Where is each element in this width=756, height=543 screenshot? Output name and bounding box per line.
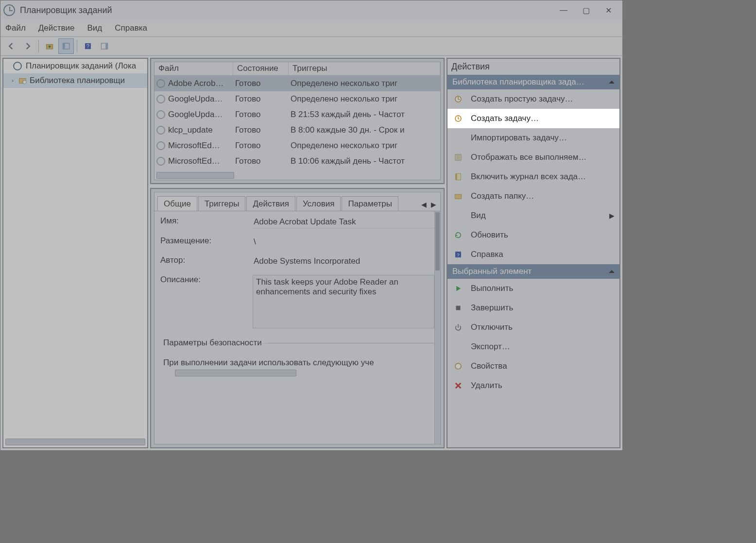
action-item[interactable]: ?Справка: [447, 245, 619, 264]
tab-triggers[interactable]: Триггеры: [198, 196, 246, 211]
location-label: Размещение:: [160, 236, 253, 248]
action-item-label: Создать задачу…: [471, 114, 539, 123]
col-file[interactable]: Файл: [155, 62, 233, 75]
action-item[interactable]: Вид▶: [447, 206, 619, 225]
description-label: Описание:: [160, 275, 253, 328]
action-item[interactable]: Обновить: [447, 225, 619, 245]
action-item-icon: [452, 93, 464, 105]
task-row[interactable]: MicrosoftEd…ГотовоОпределено несколько т…: [155, 138, 440, 153]
action-item-label: Экспорт…: [471, 342, 510, 352]
task-state: Готово: [233, 94, 289, 104]
detail-vertical-scrollbar[interactable]: [434, 211, 440, 444]
security-group: Параметры безопасности При выполнении за…: [160, 343, 434, 370]
task-name: GoogleUpda…: [168, 110, 223, 119]
task-scheduler-window: Планировщик заданий ― ▢ ✕ Файл Действие …: [0, 0, 623, 451]
actions-section-selected-label: Выбранный элемент: [452, 267, 532, 276]
action-item-label: Справка: [471, 250, 503, 259]
action-item-icon: [452, 171, 464, 183]
tab-scroll-left[interactable]: ◀: [419, 198, 429, 211]
action-item-icon: [452, 132, 464, 144]
tab-actions[interactable]: Действия: [246, 196, 295, 211]
action-item-icon: [452, 360, 464, 372]
action-item[interactable]: Включить журнал всех зада…: [447, 167, 619, 187]
action-item-label: Отключить: [471, 322, 513, 332]
actions-pane-title: Действия: [447, 59, 619, 75]
tab-conditions[interactable]: Условия: [296, 196, 341, 211]
task-row[interactable]: GoogleUpda…ГотовоОпределено несколько тр…: [155, 91, 440, 107]
tab-general[interactable]: Общие: [157, 196, 197, 211]
nav-back-button[interactable]: [3, 38, 19, 54]
clock-icon: [156, 95, 165, 103]
svg-text:?: ?: [86, 43, 89, 49]
action-item-icon: [452, 229, 464, 241]
task-row[interactable]: Adobe Acrob…ГотовоОпределено несколько т…: [155, 76, 440, 91]
tree-library[interactable]: › Библиотека планировщи: [3, 73, 147, 88]
menu-file[interactable]: Файл: [5, 23, 26, 33]
action-item-icon: [452, 283, 464, 294]
center-pane: Файл Состояние Триггеры Adobe Acrob…Гото…: [150, 58, 445, 448]
action-item[interactable]: Выполнить: [447, 279, 619, 298]
action-item-label: Импортировать задачу…: [471, 133, 567, 143]
menubar: Файл Действие Вид Справка: [0, 20, 622, 36]
actions-section-library[interactable]: Библиотека планировщика зада…: [447, 75, 619, 89]
minimize-button[interactable]: ―: [552, 2, 575, 18]
task-row[interactable]: MicrosoftEd…ГотовоВ 10:06 каждый день - …: [155, 153, 440, 169]
task-name: MicrosoftEd…: [168, 156, 220, 166]
action-item[interactable]: Экспорт…: [447, 337, 619, 356]
task-trigger: Определено несколько триг: [289, 94, 440, 104]
action-item[interactable]: Создать простую задачу…: [447, 89, 619, 109]
tab-scroll-right[interactable]: ▶: [429, 198, 438, 211]
action-item[interactable]: Завершить: [447, 298, 619, 318]
show-hide-tree-button[interactable]: [58, 38, 74, 54]
menu-action[interactable]: Действие: [38, 23, 75, 33]
task-state: Готово: [233, 110, 289, 119]
actions-section-selected[interactable]: Выбранный элемент: [447, 264, 619, 279]
action-item[interactable]: Отключить: [447, 318, 619, 337]
action-item-label: Удалить: [471, 381, 502, 390]
window-title: Планировщик заданий: [20, 5, 112, 16]
tasklist-horizontal-scrollbar[interactable]: [156, 172, 234, 179]
clock-icon: [156, 157, 165, 166]
action-item[interactable]: Импортировать задачу…: [447, 128, 619, 148]
task-trigger: Определено несколько триг: [289, 79, 440, 88]
task-trigger: В 10:06 каждый день - Частот: [289, 156, 440, 166]
tab-settings[interactable]: Параметры: [342, 196, 398, 211]
task-row[interactable]: GoogleUpda…ГотовоВ 21:53 каждый день - Ч…: [155, 107, 440, 122]
action-item[interactable]: Удалить: [447, 376, 619, 395]
close-button[interactable]: ✕: [597, 2, 619, 18]
menu-help[interactable]: Справка: [115, 23, 147, 33]
col-state[interactable]: Состояние: [233, 62, 289, 75]
location-value: \: [253, 236, 434, 248]
task-trigger: Определено несколько триг: [289, 141, 440, 151]
action-item-label: Свойства: [471, 361, 507, 371]
show-hide-action-pane-button[interactable]: [97, 38, 112, 54]
description-value: This task keeps your Adobe Reader an enh…: [253, 275, 434, 328]
col-trigger[interactable]: Триггеры: [289, 62, 440, 75]
action-item[interactable]: Создать папку…: [447, 187, 619, 206]
author-value: Adobe Systems Incorporated: [253, 255, 434, 267]
task-state: Готово: [233, 125, 289, 135]
clock-icon: [156, 141, 165, 150]
action-item[interactable]: Свойства: [447, 356, 619, 376]
task-row[interactable]: klcp_updateГотовоВ 8:00 каждые 30 дн. - …: [155, 122, 440, 138]
expand-icon[interactable]: ›: [9, 77, 16, 84]
action-item-icon: [452, 380, 464, 391]
menu-view[interactable]: Вид: [87, 23, 103, 33]
maximize-button[interactable]: ▢: [575, 2, 597, 18]
security-text: При выполнении задачи использовать следу…: [160, 356, 434, 370]
tree-library-label: Библиотека планировщи: [30, 76, 125, 85]
task-trigger: В 21:53 каждый день - Частот: [289, 110, 440, 119]
action-item[interactable]: Создать задачу…: [447, 109, 619, 128]
detail-horizontal-scrollbar[interactable]: [175, 370, 296, 376]
name-label: Имя:: [160, 216, 253, 228]
tree-root[interactable]: Планировщик заданий (Лока: [3, 59, 147, 73]
help-toolbar-button[interactable]: ?: [80, 38, 96, 54]
svg-rect-14: [455, 194, 462, 199]
security-legend: Параметры безопасности: [160, 338, 265, 348]
action-item[interactable]: Отображать все выполняем…: [447, 148, 619, 167]
nav-forward-button[interactable]: [20, 38, 35, 54]
action-item-label: Включить журнал всех зада…: [471, 172, 586, 182]
tree-root-label: Планировщик заданий (Лока: [26, 61, 136, 71]
tree-horizontal-scrollbar[interactable]: [5, 439, 145, 445]
up-folder-button[interactable]: [42, 38, 57, 54]
